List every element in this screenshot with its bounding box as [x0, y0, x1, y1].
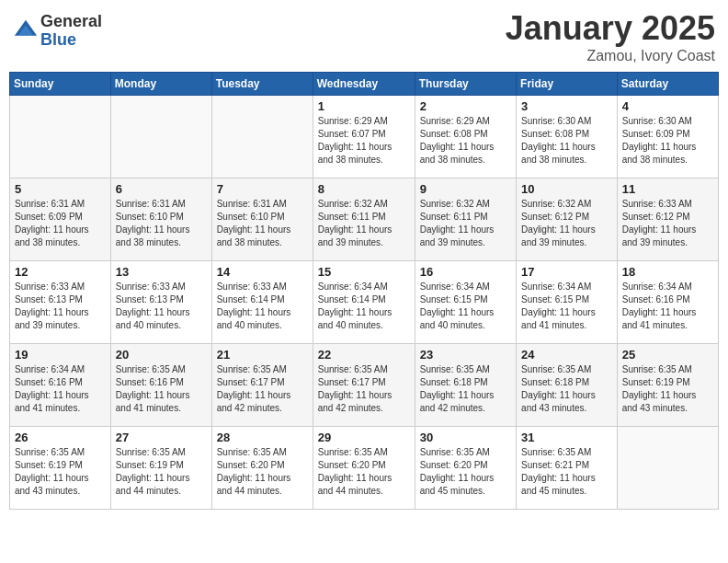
- calendar-week-3: 12Sunrise: 6:33 AMSunset: 6:13 PMDayligh…: [10, 261, 719, 344]
- calendar-week-1: 1Sunrise: 6:29 AMSunset: 6:07 PMDaylight…: [10, 96, 719, 178]
- calendar-cell: 1Sunrise: 6:29 AMSunset: 6:07 PMDaylight…: [313, 96, 415, 178]
- calendar-cell: 19Sunrise: 6:34 AMSunset: 6:16 PMDayligh…: [10, 344, 111, 427]
- page-header: General Blue January 2025 Zamou, Ivory C…: [9, 9, 719, 64]
- calendar-cell: 24Sunrise: 6:35 AMSunset: 6:18 PMDayligh…: [517, 344, 618, 427]
- day-number: 27: [116, 431, 207, 444]
- calendar-body: 1Sunrise: 6:29 AMSunset: 6:07 PMDaylight…: [10, 96, 719, 510]
- weekday-friday: Friday: [517, 73, 618, 96]
- calendar-cell: 26Sunrise: 6:35 AMSunset: 6:19 PMDayligh…: [10, 427, 111, 510]
- day-number: 13: [116, 265, 207, 279]
- month-title: January 2025: [506, 9, 715, 48]
- calendar-cell: 11Sunrise: 6:33 AMSunset: 6:12 PMDayligh…: [617, 178, 718, 261]
- weekday-thursday: Thursday: [415, 73, 516, 96]
- day-info: Sunrise: 6:33 AMSunset: 6:12 PMDaylight:…: [622, 198, 713, 249]
- logo-text: General Blue: [40, 13, 102, 50]
- day-info: Sunrise: 6:34 AMSunset: 6:15 PMDaylight:…: [521, 281, 612, 332]
- calendar-cell: 21Sunrise: 6:35 AMSunset: 6:17 PMDayligh…: [211, 344, 313, 427]
- calendar-cell: 22Sunrise: 6:35 AMSunset: 6:17 PMDayligh…: [313, 344, 415, 427]
- day-number: 6: [116, 182, 207, 196]
- calendar-cell: 28Sunrise: 6:35 AMSunset: 6:20 PMDayligh…: [211, 427, 313, 510]
- day-number: 25: [622, 348, 713, 362]
- logo: General Blue: [13, 13, 102, 50]
- day-info: Sunrise: 6:34 AMSunset: 6:16 PMDaylight:…: [15, 363, 106, 415]
- day-info: Sunrise: 6:32 AMSunset: 6:12 PMDaylight:…: [521, 198, 612, 249]
- day-info: Sunrise: 6:33 AMSunset: 6:14 PMDaylight:…: [217, 281, 308, 332]
- weekday-sunday: Sunday: [10, 73, 111, 96]
- weekday-tuesday: Tuesday: [211, 73, 313, 96]
- calendar-cell: 31Sunrise: 6:35 AMSunset: 6:21 PMDayligh…: [517, 427, 618, 510]
- day-info: Sunrise: 6:35 AMSunset: 6:17 PMDaylight:…: [217, 363, 308, 415]
- day-info: Sunrise: 6:30 AMSunset: 6:09 PMDaylight:…: [622, 115, 713, 167]
- day-number: 18: [622, 265, 713, 279]
- day-info: Sunrise: 6:35 AMSunset: 6:20 PMDaylight:…: [318, 446, 410, 498]
- logo-general: General: [40, 13, 102, 31]
- calendar-cell: 2Sunrise: 6:29 AMSunset: 6:08 PMDaylight…: [415, 96, 516, 178]
- day-info: Sunrise: 6:34 AMSunset: 6:16 PMDaylight:…: [622, 281, 713, 332]
- day-number: 14: [217, 265, 308, 279]
- calendar-cell: 15Sunrise: 6:34 AMSunset: 6:14 PMDayligh…: [313, 261, 415, 344]
- day-info: Sunrise: 6:33 AMSunset: 6:13 PMDaylight:…: [15, 281, 106, 332]
- calendar-cell: 13Sunrise: 6:33 AMSunset: 6:13 PMDayligh…: [110, 261, 211, 344]
- calendar-cell: 8Sunrise: 6:32 AMSunset: 6:11 PMDaylight…: [313, 178, 415, 261]
- calendar-week-2: 5Sunrise: 6:31 AMSunset: 6:09 PMDaylight…: [10, 178, 719, 261]
- calendar-cell: [110, 96, 211, 178]
- day-number: 23: [420, 348, 511, 362]
- calendar-cell: 9Sunrise: 6:32 AMSunset: 6:11 PMDaylight…: [415, 178, 516, 261]
- day-info: Sunrise: 6:30 AMSunset: 6:08 PMDaylight:…: [521, 115, 612, 167]
- day-number: 15: [318, 265, 410, 279]
- day-number: 24: [521, 348, 612, 362]
- day-info: Sunrise: 6:29 AMSunset: 6:07 PMDaylight:…: [318, 115, 410, 167]
- day-number: 30: [420, 431, 511, 444]
- day-number: 11: [622, 182, 713, 196]
- calendar-cell: 12Sunrise: 6:33 AMSunset: 6:13 PMDayligh…: [10, 261, 111, 344]
- day-number: 2: [420, 99, 511, 113]
- calendar-cell: 20Sunrise: 6:35 AMSunset: 6:16 PMDayligh…: [110, 344, 211, 427]
- day-number: 16: [420, 265, 511, 279]
- day-number: 21: [217, 348, 308, 362]
- day-info: Sunrise: 6:35 AMSunset: 6:19 PMDaylight:…: [622, 363, 713, 415]
- calendar-week-5: 26Sunrise: 6:35 AMSunset: 6:19 PMDayligh…: [10, 427, 719, 510]
- day-info: Sunrise: 6:32 AMSunset: 6:11 PMDaylight:…: [420, 198, 511, 249]
- day-info: Sunrise: 6:32 AMSunset: 6:11 PMDaylight:…: [318, 198, 410, 249]
- day-info: Sunrise: 6:35 AMSunset: 6:21 PMDaylight:…: [521, 446, 612, 498]
- day-number: 9: [420, 182, 511, 196]
- day-number: 22: [318, 348, 410, 362]
- day-info: Sunrise: 6:35 AMSunset: 6:20 PMDaylight:…: [217, 446, 308, 498]
- day-info: Sunrise: 6:35 AMSunset: 6:17 PMDaylight:…: [318, 363, 410, 415]
- day-info: Sunrise: 6:31 AMSunset: 6:10 PMDaylight:…: [217, 198, 308, 249]
- day-number: 20: [116, 348, 207, 362]
- calendar: SundayMondayTuesdayWednesdayThursdayFrid…: [9, 72, 719, 510]
- day-info: Sunrise: 6:35 AMSunset: 6:18 PMDaylight:…: [420, 363, 511, 415]
- calendar-cell: 10Sunrise: 6:32 AMSunset: 6:12 PMDayligh…: [517, 178, 618, 261]
- day-number: 7: [217, 182, 308, 196]
- day-number: 10: [521, 182, 612, 196]
- calendar-cell: 4Sunrise: 6:30 AMSunset: 6:09 PMDaylight…: [617, 96, 718, 178]
- location: Zamou, Ivory Coast: [506, 48, 715, 64]
- calendar-cell: 30Sunrise: 6:35 AMSunset: 6:20 PMDayligh…: [415, 427, 516, 510]
- weekday-header-row: SundayMondayTuesdayWednesdayThursdayFrid…: [10, 73, 719, 96]
- day-number: 19: [15, 348, 106, 362]
- calendar-cell: 7Sunrise: 6:31 AMSunset: 6:10 PMDaylight…: [211, 178, 313, 261]
- calendar-cell: [211, 96, 313, 178]
- day-info: Sunrise: 6:31 AMSunset: 6:10 PMDaylight:…: [116, 198, 207, 249]
- calendar-cell: 17Sunrise: 6:34 AMSunset: 6:15 PMDayligh…: [517, 261, 618, 344]
- logo-blue: Blue: [40, 31, 102, 50]
- calendar-cell: [617, 427, 718, 510]
- calendar-cell: 16Sunrise: 6:34 AMSunset: 6:15 PMDayligh…: [415, 261, 516, 344]
- calendar-week-4: 19Sunrise: 6:34 AMSunset: 6:16 PMDayligh…: [10, 344, 719, 427]
- weekday-monday: Monday: [110, 73, 211, 96]
- calendar-cell: 23Sunrise: 6:35 AMSunset: 6:18 PMDayligh…: [415, 344, 516, 427]
- day-number: 26: [15, 431, 106, 444]
- logo-icon: [13, 18, 39, 44]
- day-info: Sunrise: 6:31 AMSunset: 6:09 PMDaylight:…: [15, 198, 106, 249]
- day-info: Sunrise: 6:35 AMSunset: 6:19 PMDaylight:…: [116, 446, 207, 498]
- day-info: Sunrise: 6:35 AMSunset: 6:18 PMDaylight:…: [521, 363, 612, 415]
- calendar-cell: 25Sunrise: 6:35 AMSunset: 6:19 PMDayligh…: [617, 344, 718, 427]
- calendar-cell: 29Sunrise: 6:35 AMSunset: 6:20 PMDayligh…: [313, 427, 415, 510]
- day-info: Sunrise: 6:34 AMSunset: 6:15 PMDaylight:…: [420, 281, 511, 332]
- day-info: Sunrise: 6:33 AMSunset: 6:13 PMDaylight:…: [116, 281, 207, 332]
- calendar-cell: 6Sunrise: 6:31 AMSunset: 6:10 PMDaylight…: [110, 178, 211, 261]
- day-number: 5: [15, 182, 106, 196]
- day-number: 31: [521, 431, 612, 444]
- day-number: 1: [318, 99, 410, 113]
